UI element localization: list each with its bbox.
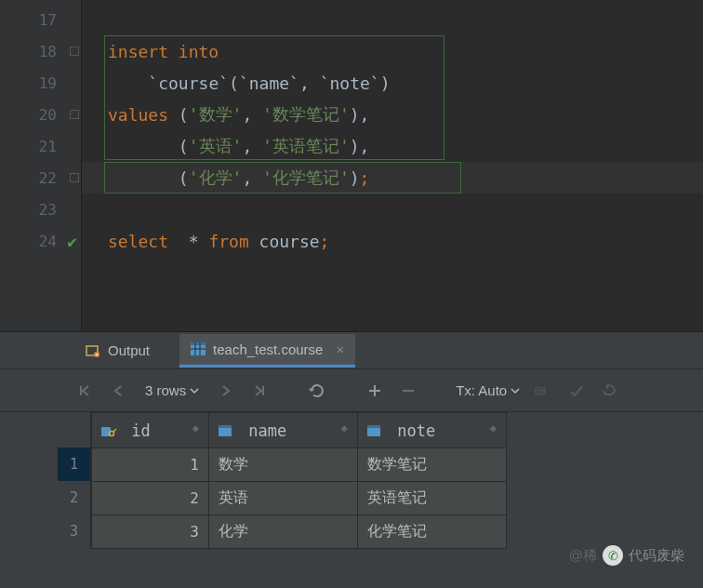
chevron-down-icon <box>190 386 199 395</box>
sort-icon: ◆ <box>341 421 348 434</box>
add-row-icon[interactable] <box>365 381 385 401</box>
table-row[interactable]: 2英语英语笔记 <box>92 482 507 515</box>
sort-icon: ◆ <box>490 421 497 434</box>
fold-icon[interactable] <box>70 47 79 56</box>
cell-name[interactable]: 数学 <box>209 448 358 482</box>
first-page-icon[interactable] <box>74 381 95 401</box>
fold-icon[interactable] <box>70 110 79 119</box>
gutter-row: 23 <box>0 194 81 225</box>
gutter-row: 22 <box>0 162 81 194</box>
prev-page-icon[interactable] <box>108 381 128 401</box>
fold-icon[interactable] <box>70 173 79 182</box>
remove-row-icon[interactable] <box>398 381 418 401</box>
code-line[interactable] <box>82 4 703 35</box>
column-icon <box>367 425 382 438</box>
table-row[interactable]: 1数学数学笔记 <box>92 448 507 482</box>
table-header-row: id ◆ name ◆ note ◆ <box>92 413 507 448</box>
tab-output[interactable]: Output <box>74 335 161 366</box>
code-line[interactable]: values ('数学', '数学笔记'), <box>82 99 703 130</box>
rows-count[interactable]: 3 rows <box>141 382 203 398</box>
key-icon <box>101 425 116 438</box>
revert-icon[interactable] <box>600 381 620 401</box>
close-icon[interactable]: × <box>336 341 344 357</box>
cell-id[interactable]: 2 <box>92 482 209 515</box>
gutter-row: 19 <box>0 67 81 99</box>
line-number: 20 <box>39 106 57 124</box>
column-header-note[interactable]: note ◆ <box>358 413 507 448</box>
data-table: id ◆ name ◆ note ◆ 1数学数学笔记2英语英语笔记3化学化 <box>91 412 507 549</box>
cell-note[interactable]: 数学笔记 <box>358 448 507 482</box>
last-page-icon[interactable] <box>249 381 270 401</box>
svg-rect-3 <box>191 342 206 345</box>
tx-mode[interactable]: Tx: Auto <box>456 382 520 398</box>
cell-name[interactable]: 化学 <box>209 515 358 549</box>
code-area[interactable]: insert into `course`(`name`, `note`)valu… <box>82 0 703 331</box>
gutter-row: 21 <box>0 130 81 162</box>
result-grid[interactable]: 1 2 3 id ◆ name ◆ <box>0 412 703 549</box>
cell-note[interactable]: 化学笔记 <box>358 515 507 549</box>
cell-name[interactable]: 英语 <box>209 482 358 515</box>
cell-id[interactable]: 3 <box>92 515 209 549</box>
line-number: 23 <box>39 201 57 219</box>
row-number-gutter: 1 2 3 <box>58 412 91 549</box>
cell-id[interactable]: 1 <box>92 448 209 482</box>
column-header-name[interactable]: name ◆ <box>209 413 358 448</box>
commit-icon[interactable]: DB <box>533 381 553 401</box>
code-editor[interactable]: 1718192021222324✔ insert into `course`(`… <box>0 0 703 331</box>
run-success-icon: ✔ <box>67 232 77 251</box>
line-number: 19 <box>39 74 57 92</box>
output-icon <box>86 343 100 358</box>
next-page-icon[interactable] <box>216 381 236 401</box>
watermark: @稀 ✆ 代码废柴 <box>569 545 684 566</box>
table-row[interactable]: 3化学化学笔记 <box>92 515 507 549</box>
tab-output-label: Output <box>108 342 150 358</box>
code-line[interactable] <box>82 194 703 225</box>
code-line[interactable]: insert into <box>82 35 703 67</box>
refresh-icon[interactable] <box>307 381 327 401</box>
gutter-row: 17 <box>0 4 81 35</box>
line-number: 21 <box>39 138 57 155</box>
svg-point-9 <box>110 431 114 435</box>
gutter-row: 24✔ <box>0 225 81 257</box>
chevron-down-icon <box>511 386 520 395</box>
tab-table[interactable]: teach_test.course × <box>179 334 355 368</box>
sort-icon: ◆ <box>192 421 199 434</box>
result-toolbar: 3 rows Tx: Auto DB <box>0 369 703 412</box>
row-number[interactable]: 1 <box>58 448 91 481</box>
row-number[interactable]: 2 <box>58 481 91 514</box>
submit-icon[interactable] <box>566 381 587 401</box>
column-icon <box>219 425 233 438</box>
gutter: 1718192021222324✔ <box>0 0 82 331</box>
line-number: 18 <box>39 43 57 60</box>
column-header-id[interactable]: id ◆ <box>92 413 209 448</box>
svg-point-1 <box>94 352 99 357</box>
line-number: 17 <box>39 11 57 29</box>
tab-table-label: teach_test.course <box>213 341 323 357</box>
wechat-icon: ✆ <box>603 545 623 566</box>
result-tabs: Output teach_test.course × <box>0 332 703 369</box>
gutter-row: 20 <box>0 99 81 130</box>
table-icon <box>191 342 206 355</box>
code-line[interactable]: select * from course; <box>82 225 703 257</box>
line-number: 24 <box>39 233 57 250</box>
cell-note[interactable]: 英语笔记 <box>358 482 507 515</box>
svg-rect-11 <box>219 425 232 428</box>
svg-rect-13 <box>367 425 380 428</box>
row-number[interactable]: 3 <box>58 514 91 548</box>
code-line[interactable]: ('英语', '英语笔记'), <box>82 130 703 162</box>
code-line[interactable]: ('化学', '化学笔记'); <box>82 162 703 194</box>
code-line[interactable]: `course`(`name`, `note`) <box>82 67 703 99</box>
line-number: 22 <box>39 169 57 187</box>
gutter-row: 18 <box>0 35 81 67</box>
